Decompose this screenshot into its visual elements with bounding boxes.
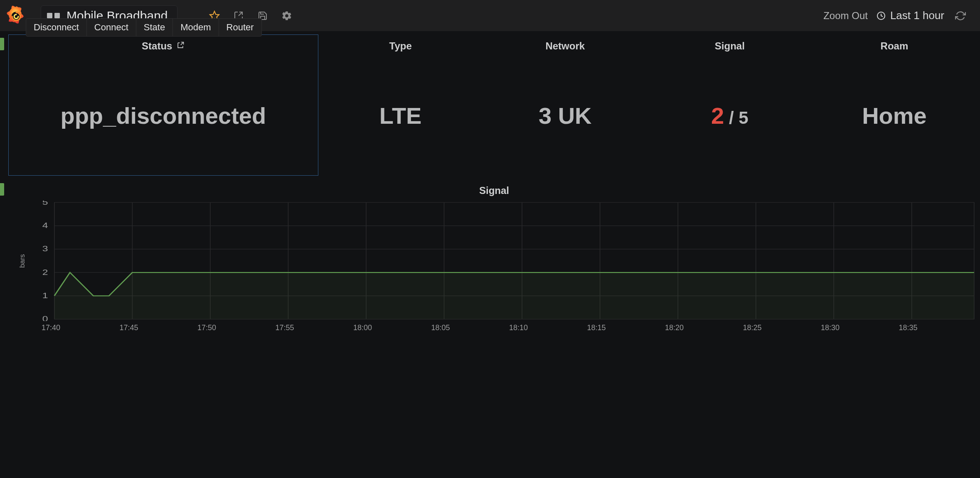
dashboard-grid-icon [47, 13, 60, 18]
panel-title-status: Status [142, 40, 172, 52]
panel-signal[interactable]: Signal 2 / 5 [648, 34, 812, 176]
x-axis: 17:4017:4517:5017:5518:0018:0518:1018:15… [12, 324, 977, 332]
x-tick: 17:50 [197, 324, 276, 332]
svg-text:0: 0 [42, 315, 48, 321]
panel-type[interactable]: Type LTE [318, 34, 483, 176]
x-tick: 18:05 [431, 324, 510, 332]
roam-value: Home [862, 102, 927, 129]
panel-roam[interactable]: Roam Home [812, 34, 977, 176]
type-value: LTE [379, 102, 422, 129]
zoom-out-button[interactable]: Zoom Out [823, 10, 868, 22]
status-value: ppp_disconnected [60, 102, 266, 129]
panel-title-signal: Signal [715, 40, 745, 52]
panel-status[interactable]: Status ppp_disconnected [8, 34, 318, 176]
x-tick: 18:10 [509, 324, 587, 332]
state-button[interactable]: State [136, 18, 173, 37]
x-tick: 18:15 [587, 324, 665, 332]
x-tick: 18:20 [665, 324, 743, 332]
router-button[interactable]: Router [219, 18, 262, 37]
row-handle[interactable] [0, 38, 4, 50]
panel-network[interactable]: Network 3 UK [483, 34, 648, 176]
disconnect-button[interactable]: Disconnect [26, 18, 87, 37]
svg-text:3: 3 [42, 245, 48, 253]
refresh-icon[interactable] [953, 8, 968, 24]
x-tick: 18:30 [821, 324, 899, 332]
connect-button[interactable]: Connect [86, 18, 136, 37]
x-tick: 17:55 [276, 324, 354, 332]
panel-title-roam: Roam [881, 40, 909, 52]
time-range-picker[interactable]: Last 1 hour [876, 9, 944, 22]
time-range-label: Last 1 hour [890, 9, 944, 22]
x-tick: 18:00 [353, 324, 431, 332]
y-axis-label: bars [17, 201, 27, 321]
svg-text:5: 5 [42, 201, 48, 206]
action-button-row: Disconnect Connect State Modem Router [26, 18, 262, 37]
clock-icon [876, 11, 886, 21]
row-handle[interactable] [0, 183, 4, 196]
modem-button[interactable]: Modem [172, 18, 219, 37]
chart-title: Signal [12, 183, 977, 201]
x-tick: 18:35 [899, 324, 977, 332]
x-tick: 17:45 [120, 324, 198, 332]
stats-row: Status ppp_disconnected Type LTE Network… [0, 34, 980, 176]
svg-text:2: 2 [42, 268, 48, 277]
signal-value: 2 / 5 [711, 102, 749, 129]
svg-text:1: 1 [42, 292, 48, 300]
panel-title-type: Type [389, 40, 412, 52]
svg-text:4: 4 [42, 222, 48, 230]
panel-title-network: Network [545, 40, 585, 52]
popout-icon[interactable] [176, 40, 185, 52]
settings-icon[interactable] [279, 8, 295, 24]
chart-row: Signal bars 012345 17:4017:4517:5017:551… [0, 183, 980, 332]
x-tick: 18:25 [743, 324, 821, 332]
network-value: 3 UK [539, 102, 592, 129]
x-tick: 17:40 [42, 324, 120, 332]
chart-plot[interactable]: 012345 [27, 201, 977, 321]
